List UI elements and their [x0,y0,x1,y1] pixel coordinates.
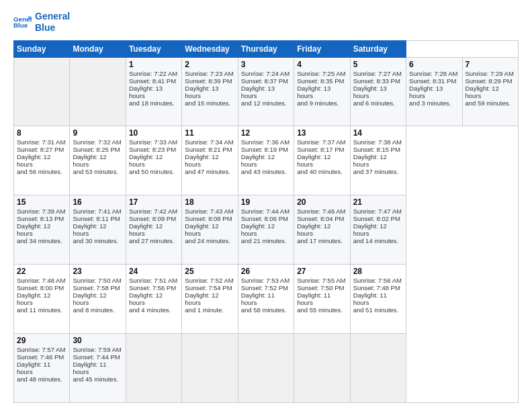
day-info: Sunrise: 7:56 AM [353,277,403,284]
day-info: and 53 minutes. [73,168,122,175]
empty-cell [70,57,126,126]
empty-cell [350,334,406,403]
day-info: and 8 minutes. [73,306,122,314]
day-info: and 24 minutes. [185,237,234,244]
day-info: and 27 minutes. [129,237,179,244]
day-number: 14 [353,128,403,138]
empty-cell [14,57,70,126]
day-info: Sunrise: 7:37 AM [297,138,347,146]
calendar-cell: 24Sunrise: 7:51 AMSunset: 7:56 PMDayligh… [126,265,181,334]
day-number: 10 [129,128,179,138]
day-number: 1 [129,60,179,69]
day-info: Daylight: 13 hours [241,85,291,99]
day-info: and 3 minutes. [409,99,459,107]
day-info: Sunrise: 7:52 AM [185,277,234,284]
day-number: 23 [73,267,122,276]
empty-cell [294,334,350,403]
day-info: Sunrise: 7:55 AM [297,277,347,284]
day-info: and 51 minutes. [353,306,403,314]
day-info: Sunrise: 7:50 AM [73,277,122,284]
day-info: and 1 minute. [185,306,234,314]
day-info: Sunset: 8:19 PM [241,146,291,153]
day-number: 24 [129,267,179,276]
calendar-cell: 10Sunrise: 7:33 AMSunset: 8:23 PMDayligh… [126,126,181,195]
day-number: 2 [185,60,234,69]
calendar-cell: 15Sunrise: 7:39 AMSunset: 8:13 PMDayligh… [14,195,70,265]
day-info: Sunset: 7:48 PM [353,284,403,291]
day-info: Daylight: 12 hours [241,153,291,168]
calendar-week-row: 15Sunrise: 7:39 AMSunset: 8:13 PMDayligh… [14,195,519,265]
day-number: 28 [353,267,403,276]
day-info: Sunrise: 7:42 AM [129,208,179,215]
day-info: Sunrise: 7:28 AM [409,70,459,77]
calendar-cell: 20Sunrise: 7:46 AMSunset: 8:04 PMDayligh… [294,195,350,265]
day-number: 16 [73,197,122,207]
day-info: Sunset: 8:35 PM [297,77,347,85]
day-info: Daylight: 12 hours [185,291,234,306]
calendar-cell: 29Sunrise: 7:57 AMSunset: 7:46 PMDayligh… [14,334,70,403]
day-info: Sunrise: 7:36 AM [241,138,291,146]
day-info: Sunrise: 7:41 AM [73,208,122,215]
day-number: 25 [185,267,234,276]
day-info: Sunrise: 7:43 AM [185,208,234,215]
calendar-cell: 4Sunrise: 7:25 AMSunset: 8:35 PMDaylight… [294,57,350,126]
calendar-cell: 3Sunrise: 7:24 AMSunset: 8:37 PMDaylight… [238,57,294,126]
weekday-header: Monday [70,40,126,57]
day-info: Sunset: 8:13 PM [17,215,66,222]
weekday-header: Sunday [14,40,70,57]
day-info: Sunrise: 7:44 AM [241,208,291,215]
day-number: 27 [297,267,347,276]
day-info: and 56 minutes. [17,168,66,175]
calendar-cell: 28Sunrise: 7:56 AMSunset: 7:48 PMDayligh… [350,265,406,334]
day-number: 29 [17,336,66,345]
day-info: and 50 minutes. [129,168,179,175]
calendar-cell: 18Sunrise: 7:43 AMSunset: 8:08 PMDayligh… [182,195,238,265]
day-info: and 43 minutes. [241,168,291,175]
day-info: Sunset: 8:09 PM [129,215,179,222]
empty-cell [238,334,294,403]
day-info: and 15 minutes. [185,99,234,107]
calendar-cell: 14Sunrise: 7:38 AMSunset: 8:15 PMDayligh… [350,126,406,195]
day-info: Sunset: 8:31 PM [409,77,459,85]
calendar-cell: 2Sunrise: 7:23 AMSunset: 8:39 PMDaylight… [182,57,238,126]
calendar-cell: 16Sunrise: 7:41 AMSunset: 8:11 PMDayligh… [70,195,126,265]
calendar-cell: 5Sunrise: 7:27 AMSunset: 8:33 PMDaylight… [350,57,406,126]
day-info: and 12 minutes. [241,99,291,107]
day-info: Sunrise: 7:32 AM [73,138,122,146]
day-info: Sunrise: 7:27 AM [353,70,403,77]
day-info: Sunset: 8:25 PM [73,146,122,153]
calendar-cell: 27Sunrise: 7:55 AMSunset: 7:50 PMDayligh… [294,265,350,334]
day-info: Sunset: 8:00 PM [17,284,66,291]
day-info: and 58 minutes. [241,306,291,314]
weekday-header: Wednesday [182,40,238,57]
empty-cell [182,334,238,403]
day-info: Sunrise: 7:46 AM [297,208,347,215]
day-info: and 37 minutes. [353,168,403,175]
logo: General Blue General Blue [13,11,70,34]
day-number: 7 [466,60,516,69]
calendar-week-row: 22Sunrise: 7:48 AMSunset: 8:00 PMDayligh… [14,265,519,334]
day-info: Sunrise: 7:53 AM [241,277,291,284]
calendar-cell: 22Sunrise: 7:48 AMSunset: 8:00 PMDayligh… [14,265,70,334]
day-info: Sunrise: 7:33 AM [129,138,179,146]
day-info: Sunset: 8:41 PM [129,77,179,85]
day-info: Daylight: 12 hours [185,222,234,237]
day-info: and 45 minutes. [73,375,122,383]
day-info: Sunset: 7:52 PM [241,284,291,291]
day-info: Sunset: 8:04 PM [297,215,347,222]
day-info: and 17 minutes. [297,237,347,244]
calendar-cell: 23Sunrise: 7:50 AMSunset: 7:58 PMDayligh… [70,265,126,334]
day-info: Sunrise: 7:25 AM [297,70,347,77]
day-info: Daylight: 12 hours [73,291,122,306]
day-info: Daylight: 12 hours [241,222,291,237]
day-number: 22 [17,267,66,276]
day-info: Sunset: 7:44 PM [73,353,122,361]
day-number: 4 [297,60,347,69]
calendar-week-row: 8Sunrise: 7:31 AMSunset: 8:27 PMDaylight… [14,126,519,195]
day-info: Sunset: 8:21 PM [185,146,234,153]
day-info: Sunset: 7:58 PM [73,284,122,291]
day-number: 15 [17,197,66,207]
day-info: Sunrise: 7:59 AM [73,346,122,353]
calendar-cell: 7Sunrise: 7:29 AMSunset: 8:29 PMDaylight… [462,57,519,126]
day-info: and 48 minutes. [17,375,66,383]
